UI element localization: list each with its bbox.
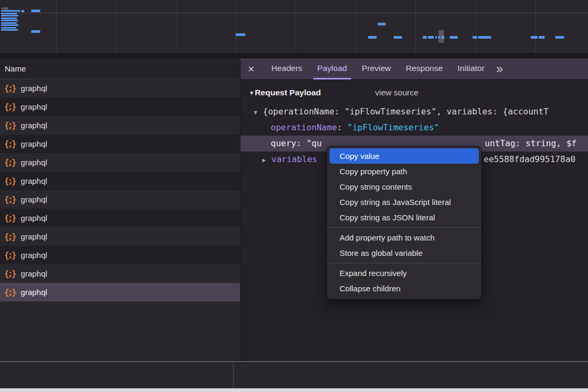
waterfall-bar[interactable] — [539, 36, 545, 39]
request-name-label: graphql — [21, 288, 47, 297]
waterfall-bar[interactable] — [1, 27, 16, 29]
network-request-row[interactable]: {;}graphql — [0, 209, 240, 227]
tree-clipped-fragment: untTag: string, $f — [485, 136, 576, 152]
waterfall-bar[interactable] — [31, 30, 40, 33]
waterfall-bar[interactable] — [1, 13, 17, 14]
menu-item-copy-string-contents[interactable]: Copy string contents — [329, 179, 479, 194]
json-braces-icon: {;} — [4, 84, 15, 93]
tab-headers[interactable]: Headers — [264, 58, 310, 79]
json-braces-icon: {;} — [4, 251, 15, 260]
menu-item-copy-string-as-javascript-literal[interactable]: Copy string as JavaScript literal — [329, 194, 479, 210]
request-name-label: graphql — [21, 176, 47, 185]
request-name-label: graphql — [21, 84, 47, 93]
json-braces-icon: {;} — [4, 139, 15, 149]
json-braces-icon: {;} — [4, 158, 15, 167]
network-request-row[interactable]: {;}graphql — [0, 283, 240, 301]
request-name-label: graphql — [21, 232, 47, 241]
menu-item-expand-recursively[interactable]: Expand recursively — [329, 265, 479, 281]
tree-row-text: ▼ {operationName: "ipFlowTimeseries", va… — [240, 104, 549, 120]
tab-payload[interactable]: Payload — [310, 58, 354, 79]
waterfall-bar[interactable] — [236, 33, 245, 36]
waterfall-bar[interactable] — [1, 29, 18, 31]
tree-segment: {operationName: "ipFlowTimeseries", vari… — [263, 106, 548, 117]
waterfall-bar[interactable] — [1, 20, 18, 21]
menu-item-collapse-children[interactable]: Collapse children — [329, 281, 479, 296]
network-request-row[interactable]: {;}graphql — [0, 264, 240, 283]
request-name-label: graphql — [21, 121, 47, 130]
request-rows: {;}graphql{;}graphql{;}graphql{;}graphql… — [0, 79, 240, 301]
waterfall-bar[interactable] — [478, 36, 491, 39]
waterfall-bar[interactable] — [1, 10, 20, 12]
more-tabs-icon[interactable]: » — [496, 59, 502, 78]
waterfall-gridline — [355, 0, 356, 53]
waterfall-bar[interactable] — [531, 36, 538, 39]
waterfall-gridline — [236, 0, 236, 53]
waterfall-gray-bar — [2, 7, 8, 10]
menu-item-copy-value[interactable]: Copy value — [329, 148, 479, 164]
collapse-triangle-icon[interactable]: ▼ — [249, 90, 254, 96]
network-request-row[interactable]: {;}graphql — [0, 97, 240, 116]
waterfall-bar[interactable] — [1, 17, 17, 19]
json-braces-icon: {;} — [4, 195, 15, 204]
waterfall-bar[interactable] — [31, 10, 40, 12]
network-request-row[interactable]: {;}graphql — [0, 79, 240, 97]
network-request-row[interactable]: {;}graphql — [0, 153, 240, 172]
waterfall-bar[interactable] — [1, 24, 19, 26]
waterfall-bar[interactable] — [428, 36, 434, 39]
network-request-row[interactable]: {;}graphql — [0, 172, 240, 190]
menu-item-copy-property-path[interactable]: Copy property path — [329, 164, 479, 179]
tree-segment: variables — [271, 154, 317, 164]
devtools-window: Name {;}graphql{;}graphql{;}graphql{;}gr… — [0, 0, 588, 392]
waterfall-bar[interactable] — [394, 36, 402, 39]
tree-clipped-fragment: ee5588fdad995178a0 — [484, 152, 575, 167]
waterfall-bar[interactable] — [450, 36, 458, 39]
waterfall-bar[interactable] — [435, 36, 437, 39]
json-braces-icon: {;} — [4, 213, 15, 223]
waterfall-bar[interactable] — [441, 36, 444, 39]
waterfall-bar[interactable] — [438, 36, 440, 39]
waterfall-gridline — [56, 0, 57, 53]
network-request-row[interactable]: {;}graphql — [0, 135, 240, 153]
detail-tab-bar: × HeadersPayloadPreviewResponseInitiator… — [240, 58, 588, 79]
waterfall-bar[interactable] — [368, 36, 377, 39]
request-name-label: graphql — [21, 158, 47, 167]
menu-item-store-as-global-variable[interactable]: Store as global variable — [329, 245, 479, 261]
network-request-row[interactable]: {;}graphql — [0, 116, 240, 135]
waterfall-gridline — [116, 0, 117, 53]
waterfall-bar[interactable] — [378, 23, 386, 25]
tree-row-text: ▶ variables — [240, 152, 317, 167]
tree-segment: "ipFlowTimeseries" — [348, 122, 439, 132]
close-icon[interactable]: × — [248, 59, 254, 79]
network-request-row[interactable]: {;}graphql — [0, 190, 240, 209]
waterfall-bar[interactable] — [1, 15, 19, 16]
waterfall-bar[interactable] — [473, 36, 477, 39]
payload-tree-row[interactable]: ▼ {operationName: "ipFlowTimeseries", va… — [240, 104, 588, 120]
network-request-row[interactable]: {;}graphql — [0, 227, 240, 246]
panel-divider-horizontal — [0, 53, 588, 58]
json-braces-icon: {;} — [4, 121, 15, 130]
menu-item-add-property-path-to-watch[interactable]: Add property path to watch — [329, 230, 479, 245]
network-overview-waterfall[interactable] — [0, 0, 588, 53]
network-request-list: Name {;}graphql{;}graphql{;}graphql{;}gr… — [0, 58, 240, 361]
view-source-link[interactable]: view source — [375, 86, 418, 100]
request-payload-header[interactable]: ▼Request Payload — [240, 86, 321, 100]
network-request-row[interactable]: {;}graphql — [0, 246, 240, 264]
context-menu-group: Copy valueCopy property pathCopy string … — [327, 148, 482, 225]
tree-segment: ▼ — [254, 109, 263, 116]
name-column-header[interactable]: Name — [0, 58, 240, 79]
request-name-label: graphql — [21, 251, 47, 260]
tab-response[interactable]: Response — [398, 58, 450, 79]
request-name-label: graphql — [21, 139, 47, 148]
request-name-label: graphql — [21, 269, 47, 278]
tree-segment: operationName — [271, 122, 337, 132]
waterfall-bar[interactable] — [21, 10, 24, 12]
tab-preview[interactable]: Preview — [354, 58, 398, 79]
waterfall-bar[interactable] — [1, 22, 17, 24]
waterfall-bar[interactable] — [555, 36, 564, 39]
menu-item-copy-string-as-json-literal[interactable]: Copy string as JSON literal — [329, 210, 479, 225]
waterfall-bar[interactable] — [423, 36, 427, 39]
waterfall-gridline — [475, 0, 476, 53]
tab-initiator[interactable]: Initiator — [450, 58, 492, 79]
payload-tree-row[interactable]: operationName: "ipFlowTimeseries" — [240, 120, 588, 136]
payload-section-title: ▼Request Payload — [240, 88, 321, 97]
